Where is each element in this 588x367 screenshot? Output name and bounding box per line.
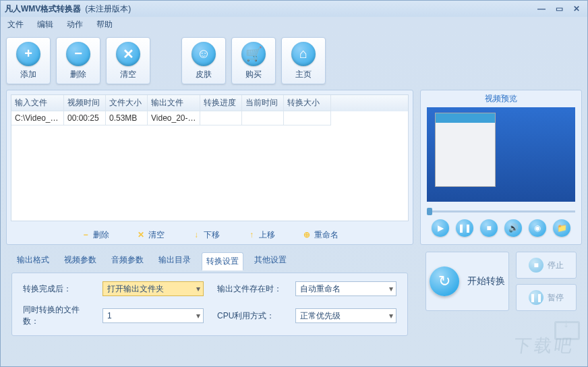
action-clear[interactable]: ✕清空 [136, 229, 165, 241]
col-progress[interactable]: 转换进度 [200, 95, 242, 111]
after-convert-label: 转换完成后： [23, 283, 89, 295]
titlebar: 凡人WMV格式转换器 (未注册版本) — ▭ ✕ [1, 1, 587, 17]
down-icon: ↓ [192, 230, 201, 239]
table-row[interactable]: C:\Video_20-... 00:00:25 0.53MB Video_20… [11, 111, 408, 125]
add-label: 添加 [20, 69, 36, 80]
volume-button[interactable]: 🔊 [504, 219, 522, 237]
smile-icon: ☺ [192, 42, 216, 66]
rename-icon: ⊕ [302, 230, 312, 239]
app-window: 凡人WMV格式转换器 (未注册版本) — ▭ ✕ 文件 编辑 动作 帮助 + 添… [0, 0, 588, 367]
menubar: 文件 编辑 动作 帮助 [1, 17, 587, 32]
file-table[interactable]: 输入文件 视频时间 文件大小 输出文件 转换进度 当前时间 转换大小 C:\Vi… [11, 94, 409, 221]
file-list-panel: 输入文件 视频时间 文件大小 输出文件 转换进度 当前时间 转换大小 C:\Vi… [6, 90, 413, 245]
action-down[interactable]: ↓下移 [192, 229, 220, 241]
buy-label: 购买 [245, 69, 262, 80]
tab-other[interactable]: 其他设置 [250, 252, 291, 270]
cpu-label: CPU利用方式： [217, 310, 282, 322]
action-delete[interactable]: −删除 [81, 229, 109, 241]
table-header: 输入文件 视频时间 文件大小 输出文件 转换进度 当前时间 转换大小 [11, 95, 408, 111]
toolbar: + 添加 − 删除 ✕ 清空 ☺ 皮肤 🛒 购买 ⌂ 主页 [1, 32, 587, 90]
menu-action[interactable]: 动作 [64, 18, 86, 32]
menu-edit[interactable]: 编辑 [34, 18, 56, 32]
preview-title: 视频预览 [485, 90, 517, 107]
cell-size: 0.53MB [106, 111, 148, 125]
settings-panel: 转换完成后： 打开输出文件夹 输出文件存在时： 自动重命名 同时转换的文件数： … [11, 273, 408, 336]
cell-outsize [284, 111, 331, 125]
col-input[interactable]: 输入文件 [11, 95, 64, 111]
window-subtitle: (未注册版本) [85, 3, 131, 15]
tab-outdir[interactable]: 输出目录 [154, 252, 195, 270]
window-title: 凡人WMV格式转换器 [5, 3, 81, 15]
plus-icon: + [16, 42, 40, 66]
col-size[interactable]: 文件大小 [106, 95, 148, 111]
media-controls: ▶ ❚❚ ■ 🔊 ◉ 📁 [432, 215, 570, 241]
concurrent-label: 同时转换的文件数： [23, 304, 89, 327]
x-icon: ✕ [116, 42, 140, 66]
cell-time: 00:00:25 [64, 111, 106, 125]
action-up[interactable]: ↑上移 [247, 229, 275, 241]
start-label: 开始转换 [467, 275, 505, 287]
preview-video[interactable] [427, 107, 575, 202]
cell-progress [200, 111, 242, 125]
x-icon: ✕ [136, 230, 146, 239]
cell-input: C:\Video_20-... [11, 111, 64, 125]
file-exist-label: 输出文件存在时： [217, 283, 282, 295]
cell-output: Video_20-0... [148, 111, 200, 125]
concurrent-select[interactable]: 1 [102, 308, 204, 323]
slider-thumb[interactable] [427, 208, 432, 215]
col-time[interactable]: 视频时间 [64, 95, 106, 111]
cell-curtime [242, 111, 284, 125]
cpu-select[interactable]: 正常优先级 [295, 308, 396, 323]
col-outsize[interactable]: 转换大小 [284, 95, 331, 111]
menu-file[interactable]: 文件 [5, 18, 26, 32]
minus-icon: − [66, 42, 90, 66]
action-bar: −删除 ✕清空 ↓下移 ↑上移 ⊕重命名 [7, 225, 413, 244]
col-output[interactable]: 输出文件 [148, 95, 200, 111]
home-label: 主页 [295, 69, 312, 80]
stop-convert-button[interactable]: ■ 停止 [516, 252, 577, 279]
pause-icon: ❚❚ [529, 290, 543, 305]
pause-button[interactable]: ❚❚ [456, 219, 473, 237]
tab-convert[interactable]: 转换设置 [202, 252, 243, 271]
tab-audio[interactable]: 音频参数 [107, 252, 148, 270]
up-icon: ↑ [247, 230, 256, 239]
tab-format[interactable]: 输出格式 [13, 252, 53, 270]
stop-button[interactable]: ■ [480, 219, 498, 237]
action-rename[interactable]: ⊕重命名 [302, 229, 339, 241]
col-curtime[interactable]: 当前时间 [242, 95, 284, 111]
delete-button[interactable]: − 删除 [56, 37, 100, 84]
cart-icon: 🛒 [241, 42, 266, 66]
delete-label: 删除 [70, 69, 86, 80]
clear-label: 清空 [120, 69, 136, 80]
menu-help[interactable]: 帮助 [94, 18, 115, 32]
add-button[interactable]: + 添加 [6, 37, 51, 84]
file-exist-select[interactable]: 自动重命名 [295, 281, 396, 296]
settings-tabs: 输出格式 视频参数 音频参数 输出目录 转换设置 其他设置 [6, 245, 413, 273]
after-convert-select[interactable]: 打开输出文件夹 [102, 281, 204, 296]
refresh-icon: ↻ [430, 266, 459, 296]
home-icon: ⌂ [291, 42, 316, 66]
tab-video[interactable]: 视频参数 [60, 252, 100, 270]
minimize-button[interactable]: — [535, 3, 548, 14]
buy-button[interactable]: 🛒 购买 [231, 37, 276, 84]
minus-icon: − [81, 230, 90, 239]
preview-slider[interactable] [427, 207, 575, 215]
home-button[interactable]: ⌂ 主页 [281, 37, 326, 84]
play-button[interactable]: ▶ [432, 219, 449, 237]
pause-convert-button[interactable]: ❚❚ 暂停 [516, 284, 577, 311]
maximize-button[interactable]: ▭ [552, 3, 566, 14]
start-convert-button[interactable]: ↻ 开始转换 [425, 252, 509, 311]
preview-panel: 视频预览 ▶ ❚❚ ■ 🔊 ◉ 📁 [420, 90, 582, 245]
skin-button[interactable]: ☺ 皮肤 [181, 37, 226, 84]
open-button[interactable]: 📁 [553, 219, 570, 237]
skin-label: 皮肤 [196, 69, 212, 80]
close-button[interactable]: ✕ [570, 3, 583, 14]
snapshot-button[interactable]: ◉ [529, 219, 546, 237]
clear-button[interactable]: ✕ 清空 [106, 37, 150, 84]
stop-icon: ■ [529, 258, 543, 273]
